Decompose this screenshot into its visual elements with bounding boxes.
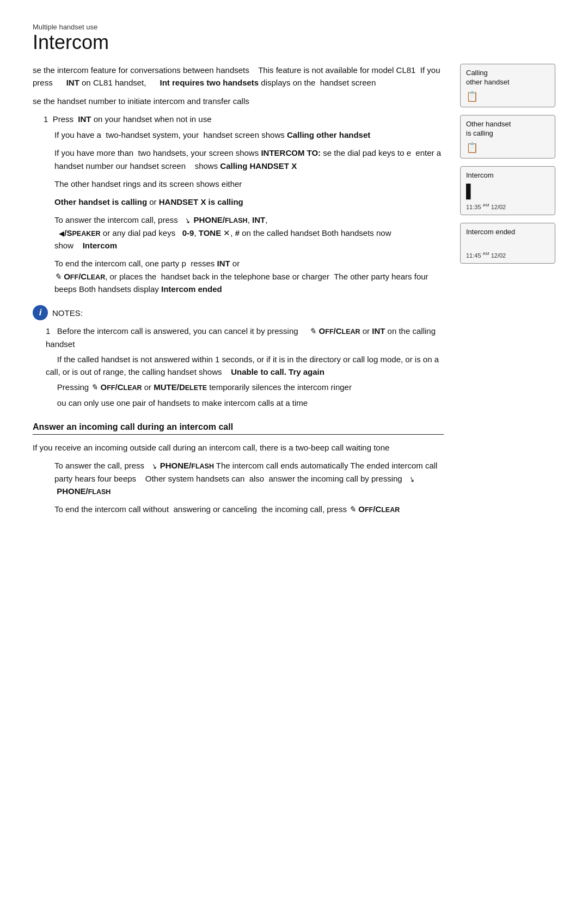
- device-box-1-icon: 📋: [466, 90, 549, 102]
- indent-2b-text: Other handset is calling or HANDSET X is…: [54, 196, 444, 208]
- section2-indent1-text: To answer the call, press ↘ PHONE/FLASH …: [54, 459, 444, 497]
- device-box-3-label: Intercom: [466, 171, 549, 180]
- note-1-sub2: Pressing ✎ OFF/CLEAR or MUTE/DELETE temp…: [46, 381, 444, 393]
- device-box-3-icon: ▌: [466, 184, 549, 199]
- note-1-sub3: ou can only use one pair of handsets to …: [46, 397, 444, 409]
- indent-2a: The other handset rings and its screen s…: [54, 178, 444, 209]
- indent-1a-text: If you have a two-handset system, your h…: [54, 129, 444, 141]
- phone-flash-icon-2: ↘: [149, 460, 158, 473]
- indent-4: To end the intercom call, one party p re…: [54, 257, 444, 295]
- indent-2a-text: The other handset rings and its screen s…: [54, 178, 444, 190]
- sidebar-col: Callingother handset 📋 Other handsetis c…: [460, 64, 555, 521]
- notes-section: i NOTES: 1 Before the intercom call is a…: [33, 305, 444, 409]
- device-box-3: Intercom ▌ 11:35 AM 12/02: [460, 166, 555, 215]
- note-1: 1 Before the intercom call is answered, …: [46, 325, 444, 409]
- section2-p1: If you receive an incoming outside call …: [33, 441, 444, 454]
- indent-4-text: To end the intercom call, one party p re…: [54, 257, 444, 295]
- step1: 1 Press INT on your handset when not in …: [44, 113, 444, 125]
- section2-indent2-text: To end the intercom call without answeri…: [54, 503, 444, 515]
- note-1-sub1: If the called handset is not answered wi…: [46, 353, 444, 379]
- device-box-2-label: Other handsetis calling: [466, 120, 549, 138]
- device-box-4-timestamp: 11:45 AM 12/02: [466, 251, 506, 259]
- section2-heading: Answer an incoming call during an interc…: [33, 422, 444, 435]
- device-box-1-label: Callingother handset: [466, 69, 549, 87]
- device-box-2-icon: 📋: [466, 142, 549, 154]
- page-title: Intercom: [33, 31, 555, 54]
- device-box-4-label: Intercom ended: [466, 228, 549, 237]
- section2-indent2: To end the intercom call without answeri…: [54, 503, 444, 515]
- content-col: se the intercom feature for conversation…: [33, 64, 444, 521]
- indent-3: To answer the intercom call, press ↘ PHO…: [54, 214, 444, 252]
- speaker-icon: ◀: [59, 228, 64, 239]
- section-label: Multiple handset use: [33, 23, 97, 31]
- main-layout: se the intercom feature for conversation…: [33, 64, 555, 521]
- device-box-4: Intercom ended 11:45 AM 12/02: [460, 223, 555, 264]
- indent-1b-text: If you have more than two handsets, your…: [54, 147, 444, 172]
- intro-p2: se the handset number to initiate interc…: [33, 95, 444, 107]
- notes-label: NOTES:: [52, 308, 83, 318]
- note-1-text: 1 Before the intercom call is answered, …: [46, 325, 444, 350]
- indent-1b: If you have more than two handsets, your…: [54, 147, 444, 172]
- phone-flash-icon: ↘: [183, 215, 192, 227]
- intro-p1: se the intercom feature for conversation…: [33, 64, 444, 89]
- phone-flash-icon-3: ↘: [407, 473, 416, 485]
- section2-indent1: To answer the call, press ↘ PHONE/FLASH …: [54, 459, 444, 497]
- info-icon: i: [33, 305, 48, 320]
- device-box-1: Callingother handset 📋: [460, 64, 555, 107]
- indent-1a: If you have a two-handset system, your h…: [54, 129, 444, 141]
- device-box-3-timestamp: 11:35 AM 12/02: [466, 203, 506, 210]
- indent-3-text: To answer the intercom call, press ↘ PHO…: [54, 214, 444, 252]
- notes-header: i NOTES:: [33, 305, 444, 320]
- device-box-2: Other handsetis calling 📋: [460, 115, 555, 159]
